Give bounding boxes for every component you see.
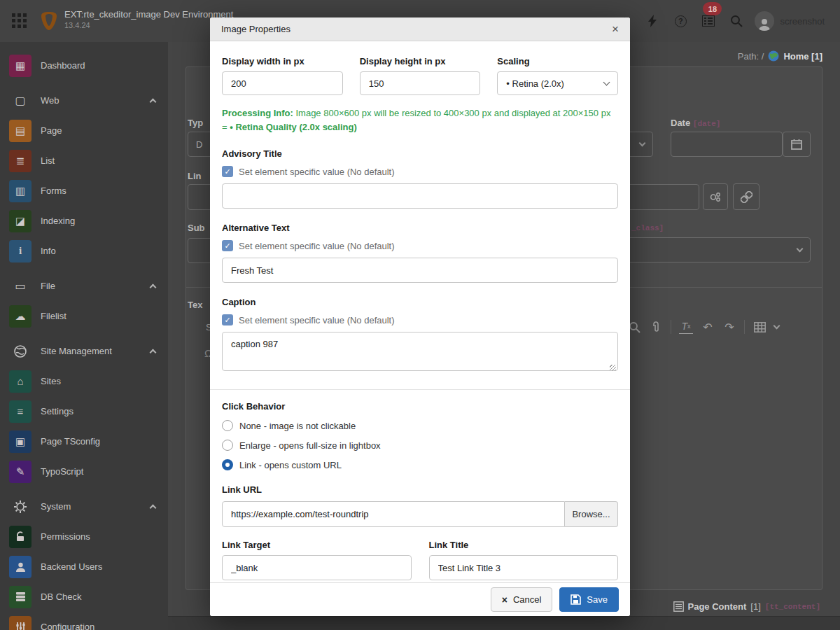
type-value: D: [196, 139, 202, 150]
sidebar-item-info[interactable]: iInfo: [0, 236, 168, 266]
date-label-text: Date: [671, 118, 690, 128]
link-title-input[interactable]: [429, 555, 619, 580]
alternative-checkbox[interactable]: ✓: [222, 240, 233, 251]
radio-enlarge[interactable]: Enlarge - opens full-size in lightbox: [222, 440, 618, 451]
sidebar-section-system[interactable]: System: [0, 491, 168, 522]
cancel-button[interactable]: × Cancel: [491, 587, 553, 612]
sidebar-item-page-tsconfig[interactable]: ▣Page TSconfig: [0, 426, 168, 456]
toolbar-separator: [744, 320, 745, 334]
sidebar-item-db-check[interactable]: DB Check: [0, 582, 168, 612]
resize-handle[interactable]: [610, 365, 616, 371]
sites-icon: ⌂: [9, 370, 31, 393]
log-list-icon: [702, 15, 715, 27]
sidebar-section-web[interactable]: ▢Web: [0, 85, 168, 115]
user-menu[interactable]: screenshot: [750, 0, 840, 42]
sidebar-item-label: Page: [41, 125, 155, 136]
record-footer: Page Content [1] [tt_content]: [673, 601, 820, 612]
radio-none-circle[interactable]: [222, 420, 233, 431]
radio-none-label: None - image is not clickable: [239, 421, 356, 431]
sidebar-item-backend-users[interactable]: Backend Users: [0, 552, 168, 582]
sidebar-item-typoscript[interactable]: ✎TypoScript: [0, 456, 168, 486]
scaling-select[interactable]: • Retina (2.0x): [497, 71, 618, 95]
link-url-input-group: Browse...: [222, 501, 618, 527]
width-input[interactable]: [222, 71, 343, 95]
sidebar-item-settings[interactable]: ≡Settings: [0, 396, 168, 426]
sidebar-item-label: Info: [41, 246, 155, 256]
click-behavior-group: Click Behavior None - image is not click…: [222, 401, 618, 470]
chevron-down-icon[interactable]: [774, 323, 780, 330]
radio-link[interactable]: Link - opens custom URL: [222, 459, 618, 470]
sidebar-item-page[interactable]: ▤Page: [0, 115, 168, 146]
sidebar-section-file[interactable]: ▭File: [0, 271, 168, 301]
link-wizard-button[interactable]: [703, 183, 728, 210]
radio-link-label: Link - opens custom URL: [239, 460, 342, 470]
app-version: 13.4.24: [64, 21, 233, 29]
sidebar-item-list[interactable]: ≣List: [0, 146, 168, 176]
date-input[interactable]: [671, 132, 783, 157]
link-icon: [741, 191, 752, 203]
search-icon: [730, 15, 743, 27]
caption-checkbox-row: ✓ Set element specific value (No default…: [222, 312, 618, 328]
page-tsconfig-icon: ▣: [9, 430, 31, 453]
help-button[interactable]: ?: [666, 0, 694, 42]
database-icon: [9, 586, 31, 608]
caption-textarea[interactable]: caption 987: [222, 332, 618, 371]
radio-enlarge-circle[interactable]: [222, 440, 233, 451]
sidebar-item-filelist[interactable]: ☁Filelist: [0, 301, 168, 331]
chevron-up-icon: [150, 349, 157, 356]
link-url-label: Link URL: [222, 484, 262, 495]
modal-close-icon[interactable]: ×: [612, 23, 619, 35]
toolbar-separator: [671, 320, 671, 334]
date-field-label: Date [date]: [671, 118, 720, 128]
remove-format-icon[interactable]: Tx: [679, 320, 693, 334]
calendar-icon: [791, 139, 802, 150]
current-page[interactable]: Home [1]: [783, 51, 822, 62]
radio-none[interactable]: None - image is not clickable: [222, 420, 618, 431]
redo-icon[interactable]: ↷: [722, 320, 736, 334]
caption-checkbox[interactable]: ✓: [222, 314, 233, 326]
advisory-checkbox-label: Set element specific value (No default): [239, 167, 395, 177]
alternative-checkbox-label: Set element specific value (No default): [239, 241, 395, 251]
sidebar-item-label: DB Check: [41, 592, 155, 602]
link-target-input[interactable]: [222, 555, 412, 580]
sidebar-section-site-management[interactable]: Site Management: [0, 336, 168, 366]
anchor-link-icon[interactable]: [649, 320, 663, 334]
search-button[interactable]: [722, 0, 750, 42]
sidebar-item-label: Backend Users: [41, 561, 155, 572]
sidebar-item-indexing[interactable]: ◪Indexing: [0, 206, 168, 236]
alternative-checkbox-row: ✓ Set element specific value (No default…: [222, 238, 618, 253]
radio-link-circle[interactable]: [222, 459, 233, 470]
sidebar-item-sites[interactable]: ⌂Sites: [0, 366, 168, 396]
alternative-text-input[interactable]: [222, 258, 618, 283]
modal-footer: × Cancel Save: [210, 582, 630, 616]
module-sidebar: ▦Dashboard ▢Web ▤Page ≣List ▥Forms ◪Inde…: [0, 42, 168, 630]
sliders-icon: [9, 616, 31, 630]
table-icon[interactable]: [752, 320, 766, 334]
globe-icon: [9, 340, 31, 363]
sidebar-item-forms[interactable]: ▥Forms: [0, 176, 168, 206]
chevron-up-icon: [150, 284, 157, 290]
save-button[interactable]: Save: [559, 587, 619, 612]
sidebar-item-label: Page TSconfig: [41, 436, 155, 447]
module-grid-icon[interactable]: [12, 13, 29, 29]
flush-cache-button[interactable]: [638, 0, 666, 42]
app-title-block: EXT:rte_ckeditor_image Dev Environment 1…: [64, 9, 233, 29]
browse-button[interactable]: Browse...: [565, 501, 618, 527]
advisory-title-input[interactable]: [222, 183, 618, 209]
sidebar-item-configuration[interactable]: Configuration: [0, 612, 168, 630]
scaling-field-group: Scaling • Retina (2.0x): [497, 56, 618, 95]
undo-icon[interactable]: ↶: [701, 320, 715, 334]
sidebar-item-permissions[interactable]: Permissions: [0, 522, 168, 552]
date-picker-button[interactable]: [783, 132, 811, 157]
text-field-label: Tex: [188, 300, 202, 310]
help-icon: ?: [675, 15, 687, 27]
sidebar-item-label: Settings: [41, 406, 155, 416]
advisory-checkbox[interactable]: ✓: [222, 166, 233, 177]
record-type: Page Content: [688, 601, 747, 612]
click-behavior-label: Click Behavior: [222, 401, 618, 412]
sidebar-item-dashboard[interactable]: ▦Dashboard: [0, 50, 168, 80]
system-log-button[interactable]: 18: [694, 0, 722, 42]
link-browser-button[interactable]: [733, 183, 760, 210]
link-url-input[interactable]: [222, 501, 565, 527]
height-input[interactable]: [360, 71, 481, 95]
